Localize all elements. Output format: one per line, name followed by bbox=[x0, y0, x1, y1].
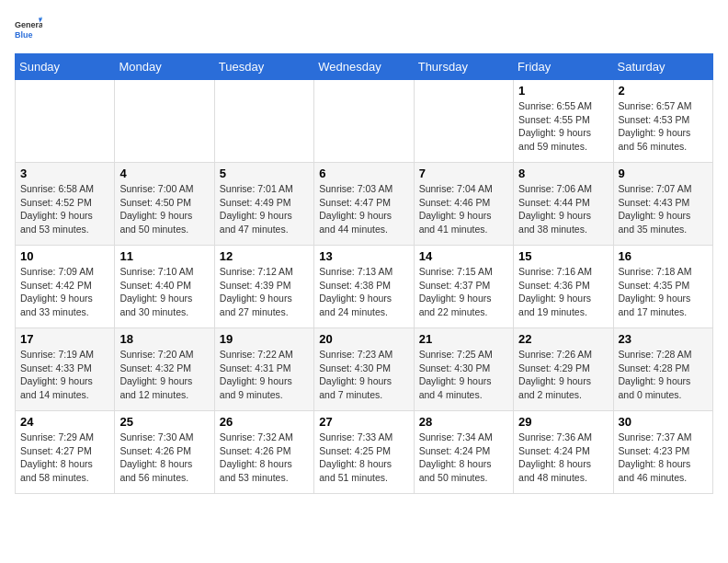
day-number: 24 bbox=[20, 415, 109, 429]
calendar-day-cell: 20Sunrise: 7:23 AM Sunset: 4:30 PM Dayli… bbox=[314, 328, 414, 411]
day-number: 6 bbox=[319, 167, 408, 180]
day-info: Sunrise: 7:12 AM Sunset: 4:39 PM Dayligh… bbox=[220, 265, 309, 319]
day-info: Sunrise: 7:26 AM Sunset: 4:29 PM Dayligh… bbox=[518, 348, 608, 402]
weekday-header-tuesday: Tuesday bbox=[214, 54, 313, 80]
day-info: Sunrise: 7:15 AM Sunset: 4:37 PM Dayligh… bbox=[419, 265, 508, 319]
calendar-day-cell: 24Sunrise: 7:29 AM Sunset: 4:27 PM Dayli… bbox=[16, 411, 115, 494]
day-info: Sunrise: 7:04 AM Sunset: 4:46 PM Dayligh… bbox=[419, 182, 508, 236]
calendar-day-cell bbox=[214, 80, 313, 163]
day-info: Sunrise: 7:20 AM Sunset: 4:32 PM Dayligh… bbox=[119, 348, 209, 402]
calendar-day-cell: 23Sunrise: 7:28 AM Sunset: 4:28 PM Dayli… bbox=[613, 328, 712, 411]
day-info: Sunrise: 7:29 AM Sunset: 4:27 PM Dayligh… bbox=[20, 431, 109, 485]
calendar-header-row: SundayMondayTuesdayWednesdayThursdayFrid… bbox=[16, 54, 713, 80]
calendar-day-cell: 12Sunrise: 7:12 AM Sunset: 4:39 PM Dayli… bbox=[214, 246, 313, 328]
day-number: 29 bbox=[518, 415, 608, 429]
day-number: 8 bbox=[518, 167, 608, 180]
calendar-day-cell: 1Sunrise: 6:55 AM Sunset: 4:55 PM Daylig… bbox=[514, 80, 613, 163]
calendar-day-cell: 19Sunrise: 7:22 AM Sunset: 4:31 PM Dayli… bbox=[214, 328, 313, 411]
calendar-day-cell: 7Sunrise: 7:04 AM Sunset: 4:46 PM Daylig… bbox=[414, 163, 513, 246]
calendar-day-cell: 4Sunrise: 7:00 AM Sunset: 4:50 PM Daylig… bbox=[115, 163, 214, 246]
day-info: Sunrise: 7:06 AM Sunset: 4:44 PM Dayligh… bbox=[518, 182, 608, 236]
day-number: 15 bbox=[518, 249, 608, 263]
day-number: 13 bbox=[319, 249, 408, 263]
weekday-header-sunday: Sunday bbox=[16, 54, 115, 80]
logo: General Blue bbox=[15, 15, 42, 42]
calendar-day-cell: 10Sunrise: 7:09 AM Sunset: 4:42 PM Dayli… bbox=[16, 246, 115, 328]
day-info: Sunrise: 7:23 AM Sunset: 4:30 PM Dayligh… bbox=[319, 348, 408, 402]
calendar-day-cell: 15Sunrise: 7:16 AM Sunset: 4:36 PM Dayli… bbox=[514, 246, 613, 328]
weekday-header-friday: Friday bbox=[514, 54, 613, 80]
day-info: Sunrise: 7:00 AM Sunset: 4:50 PM Dayligh… bbox=[119, 182, 209, 236]
calendar-week-row: 3Sunrise: 6:58 AM Sunset: 4:52 PM Daylig… bbox=[16, 163, 713, 246]
day-info: Sunrise: 7:30 AM Sunset: 4:26 PM Dayligh… bbox=[119, 431, 209, 485]
calendar-day-cell: 30Sunrise: 7:37 AM Sunset: 4:23 PM Dayli… bbox=[613, 411, 712, 494]
day-info: Sunrise: 6:57 AM Sunset: 4:53 PM Dayligh… bbox=[619, 99, 708, 154]
day-number: 16 bbox=[619, 249, 708, 263]
calendar-week-row: 1Sunrise: 6:55 AM Sunset: 4:55 PM Daylig… bbox=[16, 80, 713, 163]
day-info: Sunrise: 7:22 AM Sunset: 4:31 PM Dayligh… bbox=[220, 348, 309, 402]
day-info: Sunrise: 7:09 AM Sunset: 4:42 PM Dayligh… bbox=[20, 265, 109, 319]
day-number: 9 bbox=[619, 167, 708, 180]
weekday-header-wednesday: Wednesday bbox=[314, 54, 414, 80]
day-number: 20 bbox=[319, 332, 408, 346]
calendar-day-cell: 26Sunrise: 7:32 AM Sunset: 4:26 PM Dayli… bbox=[214, 411, 313, 494]
day-number: 10 bbox=[20, 249, 109, 263]
calendar-week-row: 24Sunrise: 7:29 AM Sunset: 4:27 PM Dayli… bbox=[16, 411, 713, 494]
day-info: Sunrise: 6:58 AM Sunset: 4:52 PM Dayligh… bbox=[20, 182, 109, 236]
calendar-day-cell bbox=[414, 80, 513, 163]
day-number: 25 bbox=[119, 415, 209, 429]
calendar-day-cell bbox=[16, 80, 115, 163]
day-info: Sunrise: 7:32 AM Sunset: 4:26 PM Dayligh… bbox=[220, 431, 309, 485]
day-number: 1 bbox=[518, 84, 608, 98]
calendar-day-cell: 14Sunrise: 7:15 AM Sunset: 4:37 PM Dayli… bbox=[414, 246, 513, 328]
calendar-day-cell bbox=[115, 80, 214, 163]
day-number: 3 bbox=[20, 167, 109, 180]
calendar-day-cell: 5Sunrise: 7:01 AM Sunset: 4:49 PM Daylig… bbox=[214, 163, 313, 246]
calendar-table: SundayMondayTuesdayWednesdayThursdayFrid… bbox=[15, 53, 713, 494]
day-info: Sunrise: 7:07 AM Sunset: 4:43 PM Dayligh… bbox=[619, 182, 708, 236]
calendar-day-cell: 27Sunrise: 7:33 AM Sunset: 4:25 PM Dayli… bbox=[314, 411, 414, 494]
day-number: 21 bbox=[419, 332, 508, 346]
day-info: Sunrise: 7:25 AM Sunset: 4:30 PM Dayligh… bbox=[419, 348, 508, 402]
day-number: 5 bbox=[220, 167, 309, 180]
day-info: Sunrise: 7:36 AM Sunset: 4:24 PM Dayligh… bbox=[518, 431, 608, 485]
calendar-day-cell: 22Sunrise: 7:26 AM Sunset: 4:29 PM Dayli… bbox=[514, 328, 613, 411]
day-number: 14 bbox=[419, 249, 508, 263]
day-number: 19 bbox=[220, 332, 309, 346]
calendar-week-row: 17Sunrise: 7:19 AM Sunset: 4:33 PM Dayli… bbox=[16, 328, 713, 411]
weekday-header-saturday: Saturday bbox=[613, 54, 712, 80]
logo-svg: General Blue bbox=[15, 15, 42, 42]
weekday-header-thursday: Thursday bbox=[414, 54, 513, 80]
calendar-week-row: 10Sunrise: 7:09 AM Sunset: 4:42 PM Dayli… bbox=[16, 246, 713, 328]
day-number: 30 bbox=[619, 415, 708, 429]
day-info: Sunrise: 7:01 AM Sunset: 4:49 PM Dayligh… bbox=[220, 182, 309, 236]
calendar-day-cell: 17Sunrise: 7:19 AM Sunset: 4:33 PM Dayli… bbox=[16, 328, 115, 411]
day-number: 12 bbox=[220, 249, 309, 263]
day-info: Sunrise: 7:13 AM Sunset: 4:38 PM Dayligh… bbox=[319, 265, 408, 319]
day-number: 18 bbox=[119, 332, 209, 346]
calendar-day-cell: 2Sunrise: 6:57 AM Sunset: 4:53 PM Daylig… bbox=[613, 80, 712, 163]
day-info: Sunrise: 7:03 AM Sunset: 4:47 PM Dayligh… bbox=[319, 182, 408, 236]
calendar-day-cell bbox=[314, 80, 414, 163]
day-info: Sunrise: 7:33 AM Sunset: 4:25 PM Dayligh… bbox=[319, 431, 408, 485]
day-number: 22 bbox=[518, 332, 608, 346]
calendar-day-cell: 6Sunrise: 7:03 AM Sunset: 4:47 PM Daylig… bbox=[314, 163, 414, 246]
calendar-day-cell: 21Sunrise: 7:25 AM Sunset: 4:30 PM Dayli… bbox=[414, 328, 513, 411]
day-info: Sunrise: 7:18 AM Sunset: 4:35 PM Dayligh… bbox=[619, 265, 708, 319]
day-number: 27 bbox=[319, 415, 408, 429]
calendar-day-cell: 9Sunrise: 7:07 AM Sunset: 4:43 PM Daylig… bbox=[613, 163, 712, 246]
day-info: Sunrise: 7:10 AM Sunset: 4:40 PM Dayligh… bbox=[119, 265, 209, 319]
svg-text:Blue: Blue bbox=[15, 30, 33, 40]
day-number: 4 bbox=[119, 167, 209, 180]
calendar-day-cell: 11Sunrise: 7:10 AM Sunset: 4:40 PM Dayli… bbox=[115, 246, 214, 328]
day-number: 23 bbox=[619, 332, 708, 346]
calendar-day-cell: 25Sunrise: 7:30 AM Sunset: 4:26 PM Dayli… bbox=[115, 411, 214, 494]
weekday-header-monday: Monday bbox=[115, 54, 214, 80]
svg-text:General: General bbox=[15, 20, 42, 29]
calendar-day-cell: 29Sunrise: 7:36 AM Sunset: 4:24 PM Dayli… bbox=[514, 411, 613, 494]
page-header: General Blue bbox=[15, 15, 713, 42]
day-number: 26 bbox=[220, 415, 309, 429]
day-info: Sunrise: 7:19 AM Sunset: 4:33 PM Dayligh… bbox=[20, 348, 109, 402]
day-number: 11 bbox=[119, 249, 209, 263]
calendar-day-cell: 18Sunrise: 7:20 AM Sunset: 4:32 PM Dayli… bbox=[115, 328, 214, 411]
